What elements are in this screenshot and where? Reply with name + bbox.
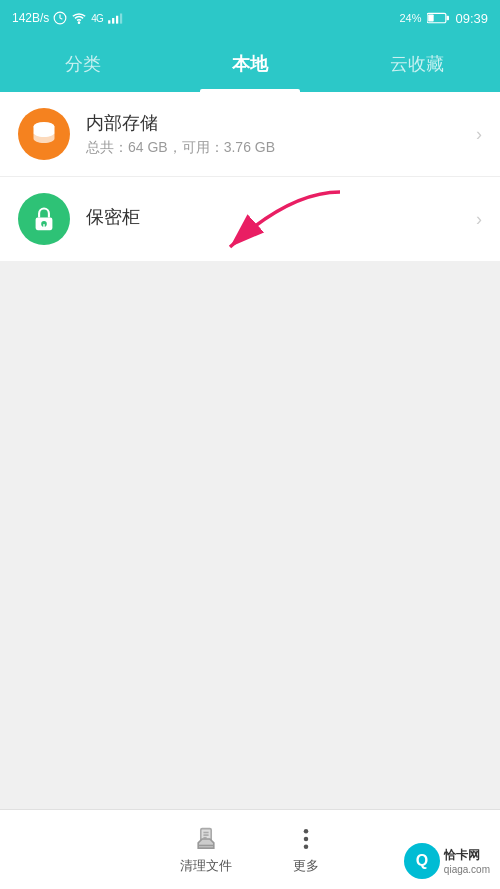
safe-icon-circle (18, 193, 70, 245)
watermark-site-name: 恰卡网 (444, 847, 490, 864)
svg-rect-12 (43, 224, 44, 228)
safe-box-chevron: › (476, 209, 482, 230)
svg-point-21 (304, 844, 309, 849)
svg-point-19 (304, 828, 309, 833)
safe-box-text: 保密柜 (86, 205, 468, 233)
clean-label: 清理文件 (180, 857, 232, 875)
signal-bars (107, 11, 125, 25)
tab-category[interactable]: 分类 (0, 36, 167, 92)
signal-indicator: 4G (91, 13, 102, 24)
svg-rect-4 (116, 16, 118, 24)
wifi-icon (71, 11, 87, 25)
tab-local[interactable]: 本地 (167, 36, 334, 92)
nav-clean[interactable]: 清理文件 (180, 825, 232, 875)
svg-rect-3 (112, 18, 114, 24)
svg-rect-7 (447, 16, 449, 21)
internal-storage-chevron: › (476, 124, 482, 145)
watermark-logo: Q (404, 843, 440, 879)
battery-icon (427, 12, 449, 24)
clean-icon (192, 825, 220, 853)
safe-icon (30, 205, 58, 233)
svg-rect-5 (120, 14, 122, 24)
safe-box-title: 保密柜 (86, 205, 468, 229)
list-container: 内部存储 总共：64 GB，可用：3.76 GB › 保密 (0, 92, 500, 261)
internal-storage-text: 内部存储 总共：64 GB，可用：3.76 GB (86, 111, 468, 157)
tab-cloud[interactable]: 云收藏 (333, 36, 500, 92)
clock-icon (53, 11, 67, 25)
status-left: 142B/s 4G (12, 11, 125, 25)
safe-box-item[interactable]: 保密柜 › (0, 176, 500, 261)
app-wrapper: 142B/s 4G 24% (0, 0, 500, 889)
battery-percent: 24% (399, 12, 421, 24)
more-dots-icon (293, 826, 319, 852)
svg-point-1 (79, 22, 80, 23)
more-icon (292, 825, 320, 853)
time-display: 09:39 (455, 11, 488, 26)
watermark: Q 恰卡网 qiaga.com (404, 843, 490, 879)
tab-bar: 分类 本地 云收藏 (0, 36, 500, 92)
main-content: 内部存储 总共：64 GB，可用：3.76 GB › 保密 (0, 92, 500, 889)
svg-rect-2 (108, 20, 110, 23)
internal-storage-title: 内部存储 (86, 111, 468, 135)
internal-storage-item[interactable]: 内部存储 总共：64 GB，可用：3.76 GB › (0, 92, 500, 176)
nav-more[interactable]: 更多 (292, 825, 320, 875)
svg-point-20 (304, 836, 309, 841)
clean-files-icon (193, 826, 219, 852)
status-right: 24% 09:39 (399, 11, 488, 26)
network-speed: 142B/s (12, 11, 49, 25)
svg-rect-8 (429, 14, 435, 21)
status-bar: 142B/s 4G 24% (0, 0, 500, 36)
more-label: 更多 (293, 857, 319, 875)
watermark-text-block: 恰卡网 qiaga.com (444, 847, 490, 875)
storage-icon-circle (18, 108, 70, 160)
watermark-url: qiaga.com (444, 864, 490, 875)
internal-storage-subtitle: 总共：64 GB，可用：3.76 GB (86, 139, 468, 157)
storage-icon (29, 119, 59, 149)
